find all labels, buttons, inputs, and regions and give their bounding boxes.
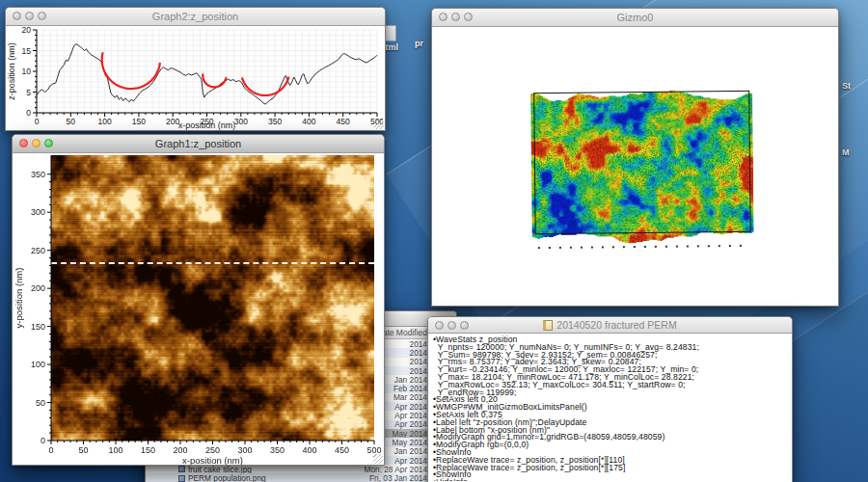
file-name: PERM population.png <box>178 473 266 482</box>
file-date: Mon, 28 Apr 2014 <box>365 465 428 473</box>
file-date: 2014 <box>410 358 427 366</box>
file-name: fruit cake slice.jpg <box>178 465 252 473</box>
command-line: •HideInfo <box>433 479 788 481</box>
graph2-plot[interactable]: 05010015020025030035040045050005101520x-… <box>6 26 383 130</box>
window-graph2: Graph2:z_position 0501001502002503003504… <box>5 7 386 131</box>
zoom-button[interactable] <box>38 12 46 20</box>
file-date: Apr 2014 <box>394 456 427 465</box>
svg-text:50: 50 <box>78 445 88 455</box>
command-line: •ShowInfo <box>433 471 788 479</box>
svg-text:350: 350 <box>268 117 282 126</box>
close-button[interactable] <box>13 12 21 20</box>
svg-text:250: 250 <box>31 246 45 255</box>
desktop-icon-St[interactable]: St <box>842 81 851 91</box>
svg-text:0: 0 <box>26 108 31 118</box>
notebook-icon <box>543 320 553 331</box>
svg-text:450: 450 <box>337 117 350 126</box>
zoom-button[interactable] <box>460 321 469 330</box>
desktop: htmlprStM Date Modified 2014201420142014… <box>0 0 868 482</box>
svg-text:15: 15 <box>22 46 32 56</box>
svg-text:10: 10 <box>22 67 32 76</box>
svg-text:100: 100 <box>98 117 112 126</box>
file-date: 2014 <box>410 348 427 357</box>
svg-text:100: 100 <box>108 445 122 455</box>
window-graph1: Graph1:z_position 0501001502002503003504… <box>12 134 385 466</box>
svg-text:5: 5 <box>26 88 31 97</box>
image-file-icon <box>178 475 185 482</box>
minimize-button[interactable] <box>32 139 41 147</box>
svg-text:150: 150 <box>31 322 45 332</box>
gizmo-titlebar[interactable]: Gizmo0 <box>432 9 838 27</box>
svg-text:20: 20 <box>22 26 32 35</box>
minimize-button[interactable] <box>448 321 456 330</box>
file-date: Fri, 03 Jan 2014 <box>369 473 427 482</box>
window-command: 20140520 fractured PERM •WaveStats z_pos… <box>427 316 793 482</box>
window-title: Graph1:z_position <box>155 138 241 149</box>
window-title: Graph2:z_position <box>152 11 238 22</box>
zoom-button[interactable] <box>44 139 53 147</box>
svg-text:0: 0 <box>48 445 53 455</box>
file-date: Feb 2014 <box>393 384 427 392</box>
svg-text:300: 300 <box>237 445 252 455</box>
svg-text:z-position (nm): z-position (nm) <box>7 42 16 100</box>
file-date: Apr 2014 <box>394 402 427 411</box>
svg-text:50: 50 <box>36 398 45 408</box>
command-history[interactable]: •WaveStats z_position Y_npnts= 120000; Y… <box>428 334 792 481</box>
window-title: 20140520 fractured PERM <box>543 319 676 331</box>
svg-text:200: 200 <box>173 445 187 455</box>
command-line: •ReplaceWave trace= z_position, z_positi… <box>433 465 788 472</box>
close-button[interactable] <box>435 321 444 330</box>
file-row[interactable]: fruit cake slice.jpgMon, 28 Apr 2014 <box>146 465 456 473</box>
desktop-icon-pr[interactable]: pr <box>415 39 423 48</box>
svg-text:x-position (nm): x-position (nm) <box>182 455 243 465</box>
svg-text:0: 0 <box>41 436 45 445</box>
gizmo-surface-canvas[interactable] <box>530 79 754 253</box>
svg-text:x-position (nm): x-position (nm) <box>178 120 236 130</box>
file-date: May 2014 <box>393 438 427 446</box>
svg-text:150: 150 <box>132 117 146 126</box>
minimize-button[interactable] <box>451 13 460 21</box>
icon-label: St <box>842 81 851 91</box>
file-date: Jan 2014 <box>394 375 427 384</box>
desktop-icon-M[interactable]: M <box>842 147 850 157</box>
svg-text:300: 300 <box>234 117 248 126</box>
window-gizmo: Gizmo0 <box>431 8 839 307</box>
file-date: May 2014 <box>393 429 427 438</box>
svg-text:150: 150 <box>141 445 155 455</box>
file-date: Apr 2014 <box>394 411 427 419</box>
icon-label: pr <box>415 39 423 48</box>
file-row[interactable]: PERM population.pngFri, 03 Jan 2014 <box>146 473 456 482</box>
file-date: Jan 2014 <box>394 447 427 456</box>
icon-label: M <box>842 147 850 157</box>
image-file-icon <box>178 466 185 472</box>
window-title: Gizmo0 <box>617 12 654 23</box>
file-date: 2014 <box>410 339 427 348</box>
svg-text:400: 400 <box>302 445 316 455</box>
svg-text:350: 350 <box>270 445 285 455</box>
svg-text:300: 300 <box>31 207 45 217</box>
graph1-titlebar[interactable]: Graph1:z_position <box>13 135 384 153</box>
file-date: 2014 <box>410 366 427 375</box>
svg-text:50: 50 <box>67 117 76 126</box>
svg-text:350: 350 <box>31 170 45 179</box>
graph2-titlebar[interactable]: Graph2:z_position <box>6 8 385 26</box>
svg-text:200: 200 <box>31 283 45 293</box>
zoom-button[interactable] <box>464 13 473 21</box>
svg-text:450: 450 <box>335 445 349 455</box>
window-title-text: 20140520 fractured PERM <box>556 319 676 331</box>
svg-text:y-position (nm): y-position (nm) <box>14 268 24 329</box>
file-date: Apr 2014 <box>394 420 427 429</box>
resize-grip[interactable] <box>373 454 383 464</box>
resize-grip[interactable] <box>374 120 384 129</box>
svg-text:0: 0 <box>35 117 40 126</box>
graph1-axes: 0501001502002503003504004505000501001502… <box>13 153 384 465</box>
minimize-button[interactable] <box>25 12 34 20</box>
svg-text:400: 400 <box>302 117 315 126</box>
command-titlebar[interactable]: 20140520 fractured PERM <box>428 317 792 334</box>
svg-text:100: 100 <box>31 360 45 369</box>
file-date: Mar 2014 <box>393 393 427 402</box>
svg-text:250: 250 <box>205 445 220 455</box>
close-button[interactable] <box>439 13 448 21</box>
close-button[interactable] <box>19 139 28 147</box>
command-line: •ModifyGraph rgb=(0,0,0) <box>433 442 788 449</box>
